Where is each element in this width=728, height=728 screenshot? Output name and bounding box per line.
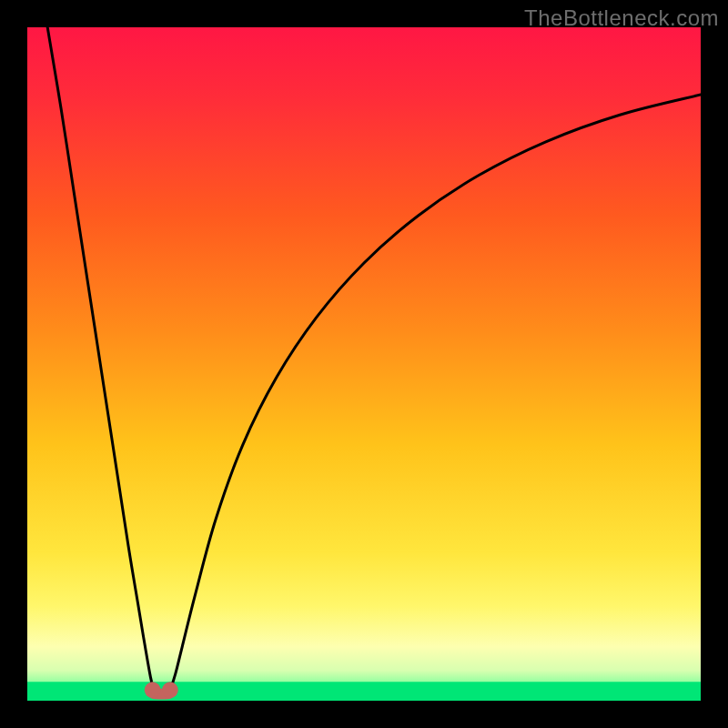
chart-frame: TheBottleneck.com	[0, 0, 728, 728]
gradient-background	[27, 27, 701, 701]
bottleneck-chart	[27, 27, 701, 701]
valley-right-dot	[162, 682, 178, 698]
valley-left-dot	[145, 682, 161, 698]
plot-area	[27, 27, 701, 701]
green-baseline-band	[27, 682, 701, 701]
